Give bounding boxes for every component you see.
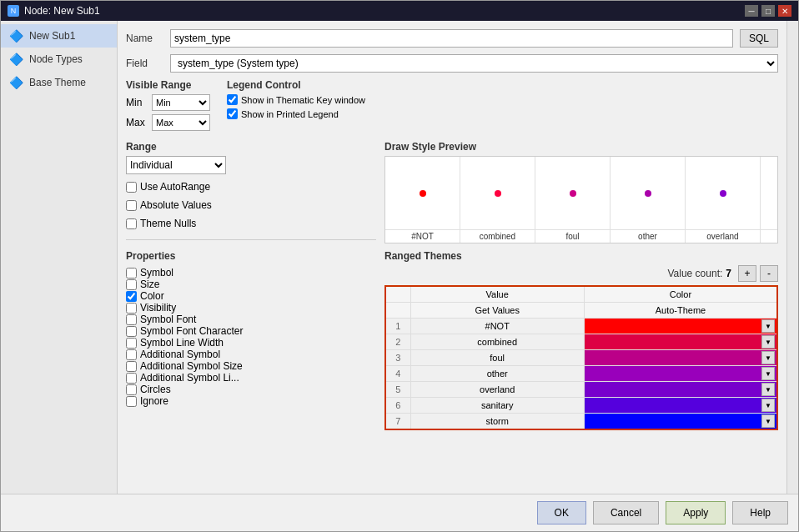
preview-item-label: foul <box>535 229 610 243</box>
preview-item[interactable]: other <box>611 157 686 243</box>
property-size-label[interactable]: Size <box>126 279 376 290</box>
row-color-cell[interactable]: ▼ <box>584 366 777 382</box>
sidebar-item-node-types[interactable]: 🔷 Node Types <box>1 48 117 71</box>
property-symbol-text: Symbol <box>140 267 173 279</box>
get-values-cell[interactable]: Get Values <box>410 303 584 319</box>
table-row: 2combined▼ <box>385 334 777 350</box>
property-additional_symbol-checkbox[interactable] <box>126 349 137 360</box>
property-symbol-checkbox[interactable] <box>126 268 137 279</box>
ok-button[interactable]: OK <box>537 501 586 524</box>
min-select[interactable]: Min <box>152 94 210 111</box>
row-color-cell[interactable]: ▼ <box>584 334 777 350</box>
property-ignore-checkbox[interactable] <box>126 396 137 407</box>
property-symbol_line_width-checkbox[interactable] <box>126 338 137 349</box>
row-index-cell: 5 <box>385 382 410 398</box>
apply-button[interactable]: Apply <box>666 501 726 524</box>
sidebar-item-base-theme[interactable]: 🔷 Base Theme <box>1 71 117 94</box>
max-select[interactable]: Max <box>152 114 210 131</box>
sql-button[interactable]: SQL <box>740 29 778 48</box>
vertical-scrollbar[interactable] <box>786 21 798 494</box>
preview-item-label: #NOT <box>385 229 460 243</box>
property-color-checkbox[interactable] <box>126 291 137 302</box>
row-value-cell[interactable]: overland <box>410 382 584 398</box>
property-additional_symbol_size-label[interactable]: Additional Symbol Size <box>126 360 376 372</box>
use-auto-range-label[interactable]: Use AutoRange <box>126 181 376 193</box>
color-dropdown-button[interactable]: ▼ <box>761 414 775 428</box>
row-value-cell[interactable]: storm <box>410 414 584 430</box>
color-bar <box>585 382 776 397</box>
preview-item[interactable]: foul <box>535 157 611 243</box>
property-circles-label[interactable]: Circles <box>126 384 376 395</box>
sidebar-item-new-sub1[interactable]: 🔷 New Sub1 <box>1 24 117 48</box>
field-select[interactable]: system_type (System type) <box>170 54 778 73</box>
color-dropdown-button[interactable]: ▼ <box>761 399 775 412</box>
preview-item[interactable]: combined <box>460 157 535 243</box>
cancel-button[interactable]: Cancel <box>593 501 659 524</box>
property-visibility-checkbox[interactable] <box>126 303 137 314</box>
left-panel: Range Individual Equal Custom Use AutoRa… <box>126 141 376 485</box>
property-color-label[interactable]: Color <box>126 290 376 302</box>
content-area: Name SQL Field system_type (System type)… <box>118 21 786 494</box>
range-dropdown[interactable]: Individual Equal Custom <box>126 156 226 174</box>
color-dropdown-button[interactable]: ▼ <box>761 383 775 396</box>
theme-nulls-label[interactable]: Theme Nulls <box>126 218 376 229</box>
absolute-values-label[interactable]: Absolute Values <box>126 199 376 211</box>
show-printed-text: Show in Printed Legend <box>241 109 339 119</box>
show-thematic-label[interactable]: Show in Thematic Key window <box>227 94 365 105</box>
preview-item[interactable]: sanitary <box>761 157 778 243</box>
property-symbol-label[interactable]: Symbol <box>126 267 376 279</box>
base-theme-icon: 🔷 <box>8 74 24 91</box>
name-input[interactable] <box>170 29 733 48</box>
preview-dot <box>645 190 651 197</box>
auto-theme-cell[interactable]: Auto-Theme <box>584 303 777 319</box>
color-dropdown-button[interactable]: ▼ <box>761 335 775 349</box>
help-button[interactable]: Help <box>732 501 788 524</box>
row-value-cell[interactable]: foul <box>410 350 584 366</box>
color-dropdown-button[interactable]: ▼ <box>761 367 775 380</box>
row-color-cell[interactable]: ▼ <box>584 414 777 430</box>
property-visibility-label[interactable]: Visibility <box>126 302 376 314</box>
color-dropdown-button[interactable]: ▼ <box>761 319 775 333</box>
show-thematic-checkbox[interactable] <box>227 94 238 105</box>
minimize-button[interactable]: ─ <box>745 5 758 17</box>
color-dropdown-button[interactable]: ▼ <box>761 351 775 364</box>
use-auto-range-checkbox[interactable] <box>126 182 137 193</box>
close-button[interactable]: ✕ <box>778 5 791 17</box>
legend-title: Legend Control <box>227 79 365 91</box>
preview-item[interactable]: overland <box>686 157 761 243</box>
right-panel: Draw Style Preview #NOTcombinedfoulother… <box>384 141 778 485</box>
property-additional_symbol_li-checkbox[interactable] <box>126 373 137 384</box>
sidebar-label-base-theme: Base Theme <box>29 77 86 88</box>
property-additional_symbol-label[interactable]: Additional Symbol <box>126 349 376 360</box>
properties-section: Properties SymbolSizeColorVisibilitySymb… <box>126 250 376 407</box>
property-additional_symbol_li-label[interactable]: Additional Symbol Li... <box>126 372 376 384</box>
row-color-cell[interactable]: ▼ <box>584 382 777 398</box>
row-color-cell[interactable]: ▼ <box>584 398 777 414</box>
preview-item-label: sanitary <box>761 229 778 243</box>
property-ignore-label[interactable]: Ignore <box>126 395 376 407</box>
row-value-cell[interactable]: combined <box>410 334 584 350</box>
new-sub1-icon: 🔷 <box>8 28 24 44</box>
preview-item[interactable]: #NOT <box>385 157 460 243</box>
row-color-cell[interactable]: ▼ <box>584 350 777 366</box>
value-count-minus-button[interactable]: - <box>760 265 778 282</box>
absolute-values-checkbox[interactable] <box>126 200 137 211</box>
show-printed-checkbox[interactable] <box>227 108 238 119</box>
theme-nulls-checkbox[interactable] <box>126 218 137 229</box>
show-printed-label[interactable]: Show in Printed Legend <box>227 108 365 119</box>
property-additional_symbol_size-checkbox[interactable] <box>126 361 137 372</box>
row-value-cell[interactable]: #NOT <box>410 319 584 334</box>
property-circles-checkbox[interactable] <box>126 384 137 395</box>
row-value-cell[interactable]: other <box>410 366 584 382</box>
property-symbol_font_char-checkbox[interactable] <box>126 326 137 337</box>
property-symbol_font-checkbox[interactable] <box>126 314 137 325</box>
row-color-cell[interactable]: ▼ <box>584 319 777 334</box>
theme-nulls-text: Theme Nulls <box>140 218 196 229</box>
property-size-checkbox[interactable] <box>126 279 137 290</box>
property-symbol_font_char-label[interactable]: Symbol Font Character <box>126 325 376 337</box>
maximize-button[interactable]: □ <box>761 5 775 17</box>
value-count-plus-button[interactable]: + <box>738 265 756 282</box>
property-symbol_line_width-label[interactable]: Symbol Line Width <box>126 337 376 349</box>
property-symbol_font-label[interactable]: Symbol Font <box>126 314 376 325</box>
row-value-cell[interactable]: sanitary <box>410 398 584 414</box>
